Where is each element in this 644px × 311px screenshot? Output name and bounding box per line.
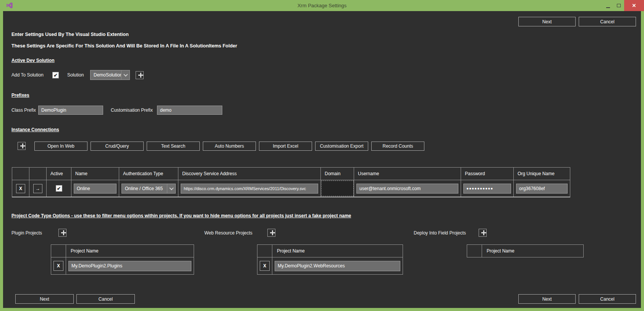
- open-in-web-button[interactable]: Open In Web: [34, 142, 87, 151]
- cancel-button-bottom-left[interactable]: Cancel: [76, 294, 135, 304]
- checkmark-icon: ✔: [53, 73, 57, 78]
- col-active: Active: [47, 168, 71, 180]
- cancel-button-bottom-right[interactable]: Cancel: [579, 294, 636, 304]
- plugin-project-row: X: [51, 257, 194, 274]
- plugin-project-name-column: Project Name: [66, 245, 194, 257]
- instance-connections-heading: Instance Connections: [11, 127, 59, 132]
- record-counts-button[interactable]: Record Counts: [371, 142, 424, 151]
- next-button-bottom-right[interactable]: Next: [518, 294, 576, 304]
- add-solution-button[interactable]: [136, 71, 144, 79]
- customisation-prefix-input[interactable]: [157, 106, 222, 115]
- authentication-type-value: Online / Office 365: [122, 184, 167, 193]
- add-web-resource-project-button[interactable]: [267, 229, 275, 237]
- x-icon: X: [57, 263, 60, 269]
- col-domain: Domain: [321, 168, 354, 180]
- intro-line-2: These Settings Are Specific For This Sol…: [11, 43, 237, 49]
- close-button[interactable]: ✕: [624, 0, 644, 11]
- minimize-button[interactable]: [603, 0, 613, 11]
- window-title: Xrm Package Settings: [0, 0, 644, 11]
- solution-select[interactable]: DemoSolution: [90, 70, 130, 80]
- plugin-project-name-input[interactable]: [68, 261, 191, 271]
- prefixes-row: Class Prefix Customisation Prefix: [11, 106, 393, 115]
- connection-active-checkbox[interactable]: ✔: [56, 185, 62, 192]
- add-deploy-into-field-project-button[interactable]: [479, 229, 487, 237]
- chevron-down-icon: [121, 70, 129, 80]
- password-input[interactable]: [463, 184, 511, 194]
- text-search-button[interactable]: Text Search: [147, 142, 200, 151]
- deploy-into-field-projects-table: Project Name: [467, 244, 584, 257]
- web-resource-projects-label: Web Resource Projects: [204, 230, 252, 236]
- delete-plugin-project-button[interactable]: X: [53, 261, 63, 271]
- connections-table-header: Active Name Authentication Type Discover…: [12, 168, 570, 180]
- customisation-export-button[interactable]: Customisation Export: [315, 142, 368, 151]
- intro-line-1: Enter Settings Used By The Visual Studio…: [11, 32, 129, 37]
- class-prefix-input[interactable]: [38, 106, 103, 115]
- plus-icon: [270, 230, 273, 235]
- col-discovery-service-address: Discovery Service Address: [178, 168, 321, 180]
- connections-table: Active Name Authentication Type Discover…: [12, 167, 570, 197]
- connection-name-input[interactable]: [74, 184, 117, 194]
- dialog-content: Next Cancel Enter Settings Used By The V…: [3, 11, 641, 308]
- auto-numbers-button[interactable]: Auto Numbers: [203, 142, 256, 151]
- delete-web-resource-project-button[interactable]: X: [260, 261, 270, 271]
- delete-connection-button[interactable]: X: [16, 184, 25, 193]
- col-password: Password: [461, 168, 514, 180]
- maximize-button[interactable]: [613, 0, 624, 11]
- solution-row: Add To Solution ✔ Solution DemoSolution: [11, 70, 393, 80]
- authentication-type-select[interactable]: Online / Office 365: [121, 184, 176, 194]
- customisation-prefix-label: Customisation Prefix: [111, 107, 153, 113]
- solution-label: Solution: [67, 72, 84, 78]
- col-org-unique-name: Org Unique Name: [514, 168, 570, 180]
- prefixes-heading: Prefixes: [11, 93, 29, 98]
- plus-icon: [20, 143, 23, 148]
- titlebar: Xrm Package Settings ✕: [0, 0, 644, 11]
- discovery-address-input[interactable]: [181, 184, 318, 194]
- web-resource-projects-table: Project Name X: [257, 244, 403, 275]
- col-delete: [12, 168, 29, 180]
- next-button-bottom-left[interactable]: Next: [15, 294, 74, 304]
- minimize-icon: [606, 7, 610, 8]
- web-resource-project-row: X: [257, 257, 403, 274]
- col-name: Name: [71, 168, 119, 180]
- plugin-projects-label: Plugin Projects: [11, 230, 42, 236]
- cancel-button-top[interactable]: Cancel: [579, 17, 636, 26]
- next-button-top[interactable]: Next: [518, 17, 576, 26]
- arrow-right-icon: →: [36, 186, 40, 191]
- plus-icon: [138, 73, 141, 78]
- deploy-into-field-projects-label: Deploy Into Field Projects: [414, 230, 466, 236]
- class-prefix-label: Class Prefix: [11, 107, 36, 113]
- org-unique-name-input[interactable]: [516, 184, 568, 194]
- solution-select-value: DemoSolution: [91, 70, 121, 80]
- add-to-solution-checkbox[interactable]: ✔: [52, 72, 59, 78]
- plus-icon: [61, 230, 64, 235]
- add-connection-button[interactable]: [18, 142, 26, 150]
- deploy-project-name-column: Project Name: [482, 245, 583, 257]
- import-excel-button[interactable]: Import Excel: [259, 142, 312, 151]
- project-groups: Plugin Projects Project Name X: [3, 227, 641, 279]
- connection-toolbar: Open In Web Crud/Query Text Search Auto …: [34, 142, 424, 151]
- app-window: Xrm Package Settings ✕ Next Cancel Enter…: [0, 0, 644, 311]
- crud-query-button[interactable]: Crud/Query: [91, 142, 144, 151]
- connection-row: X → ✔ Online /: [12, 180, 570, 197]
- username-input[interactable]: [356, 184, 458, 194]
- domain-cell[interactable]: [321, 180, 354, 197]
- col-authentication-type: Authentication Type: [119, 168, 178, 180]
- plus-icon: [481, 230, 484, 235]
- window-controls: ✕: [603, 0, 644, 11]
- web-resource-project-name-input[interactable]: [275, 261, 400, 271]
- add-plugin-project-button[interactable]: [58, 229, 66, 237]
- maximize-icon: [617, 4, 621, 7]
- add-to-solution-label: Add To Solution: [11, 72, 44, 78]
- x-icon: X: [263, 263, 266, 269]
- project-code-options-heading: Project Code Type Options - use these to…: [11, 213, 351, 218]
- web-resource-project-name-column: Project Name: [272, 245, 403, 257]
- active-dev-solution-heading: Active Dev Solution: [11, 58, 55, 63]
- checkmark-icon: ✔: [57, 186, 61, 191]
- chevron-down-icon: [167, 184, 175, 193]
- plugin-projects-table: Project Name X: [51, 244, 194, 275]
- navigate-connection-button[interactable]: →: [33, 184, 42, 193]
- col-username: Username: [354, 168, 461, 180]
- close-icon: ✕: [632, 3, 636, 8]
- col-open: [29, 168, 47, 180]
- x-icon: X: [19, 186, 22, 191]
